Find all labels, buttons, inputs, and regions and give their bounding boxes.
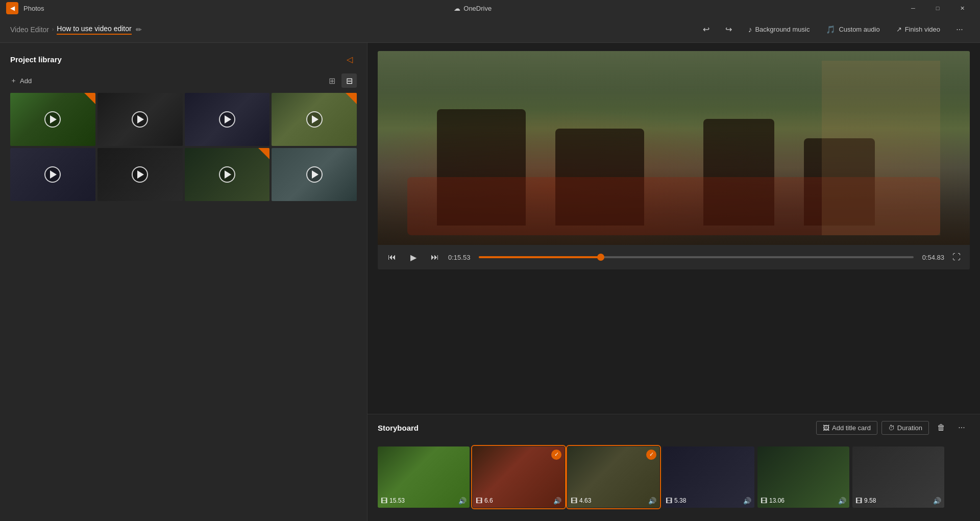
duration-value: 6.6 <box>484 497 493 504</box>
media-item-overlay <box>272 148 357 201</box>
onedrive-label: OneDrive <box>463 5 492 12</box>
item-duration: 🎞 13.06 <box>761 497 785 505</box>
breadcrumb-separator: › <box>52 27 54 32</box>
storyboard-item[interactable]: 🎞 5.38 🔊 <box>663 446 754 508</box>
play-icon <box>306 166 323 183</box>
edit-title-icon[interactable]: ✏ <box>136 26 142 34</box>
audio-icon: 🔊 <box>553 497 561 505</box>
background-music-button[interactable]: ♪ Background music <box>741 22 817 37</box>
play-icon <box>219 166 235 183</box>
add-media-button[interactable]: ＋ Add <box>10 76 32 85</box>
window-controls: ─ □ ✕ <box>901 0 974 16</box>
toolbar: Video Editor › How to use video editor ✏… <box>0 16 980 43</box>
media-item-overlay <box>97 148 183 201</box>
redo-button[interactable]: ↪ <box>719 19 739 40</box>
delete-button[interactable]: 🗑 <box>933 419 949 436</box>
breadcrumb-parent[interactable]: Video Editor <box>10 26 49 34</box>
onedrive-icon: ☁ <box>454 5 460 12</box>
progress-bar[interactable] <box>479 256 914 258</box>
item-duration: 🎞 15.53 <box>381 497 405 505</box>
back-button[interactable]: ◀ <box>6 2 18 14</box>
title-bar-left: ◀ Photos <box>6 2 44 14</box>
video-preview <box>378 51 970 245</box>
maximize-button[interactable]: □ <box>926 0 949 16</box>
storyboard-item[interactable]: ✓ 🎞 4.63 🔊 <box>568 446 659 508</box>
view-toggle-buttons: ⊞ ⊟ <box>324 73 357 88</box>
media-item[interactable] <box>97 148 183 201</box>
film-icon: 🎞 <box>571 497 577 505</box>
export-icon: ↗ <box>896 26 902 33</box>
duration-value: 4.63 <box>579 497 591 504</box>
grid-view-button[interactable]: ⊞ <box>324 73 339 88</box>
project-library-header: Project library ◁ <box>0 43 367 71</box>
selected-check: ✓ <box>646 450 656 460</box>
media-item-overlay <box>97 93 183 146</box>
duration-button[interactable]: ⏱ Duration <box>881 421 929 435</box>
storyboard-actions: 🖼 Add title card ⏱ Duration 🗑 ··· <box>816 419 970 436</box>
audio-icon: 🔊 <box>838 497 846 505</box>
finish-video-button[interactable]: ↗ Finish video <box>889 22 947 36</box>
finish-video-label: Finish video <box>905 26 940 33</box>
film-icon: 🎞 <box>476 497 482 505</box>
more-storyboard-options[interactable]: ··· <box>953 419 970 436</box>
play-icon <box>44 111 61 128</box>
main-content: Project library ◁ ＋ Add ⊞ ⊟ <box>0 43 980 521</box>
duration-label: Duration <box>897 424 922 432</box>
item-duration: 🎞 4.63 <box>571 497 591 505</box>
media-item[interactable] <box>185 148 270 201</box>
list-view-button[interactable]: ⊟ <box>341 73 357 88</box>
storyboard-title: Storyboard <box>378 424 419 432</box>
storyboard-item[interactable]: 🎞 13.06 🔊 <box>757 446 849 508</box>
undo-button[interactable]: ↩ <box>696 19 717 40</box>
progress-fill <box>479 256 601 258</box>
media-item-overlay <box>185 148 270 201</box>
film-icon: 🎞 <box>666 497 672 505</box>
breadcrumb: Video Editor › How to use video editor <box>10 24 132 35</box>
play-icon <box>306 111 323 128</box>
rewind-button[interactable]: ⏮ <box>384 249 400 265</box>
media-item[interactable] <box>272 93 357 146</box>
play-icon <box>219 111 235 128</box>
play-button[interactable]: ▶ <box>405 249 422 265</box>
storyboard-header: Storyboard 🖼 Add title card ⏱ Duration 🗑… <box>368 414 980 439</box>
item-duration: 🎞 6.6 <box>476 497 493 505</box>
more-options-button[interactable]: ··· <box>949 19 970 40</box>
storyboard-item[interactable]: 🎞 9.58 🔊 <box>852 446 944 508</box>
media-item[interactable] <box>185 93 270 146</box>
progress-thumb[interactable] <box>597 254 604 261</box>
add-label: Add <box>20 77 32 85</box>
storyboard-item[interactable]: ✓ 🎞 6.6 🔊 <box>473 446 565 508</box>
background-music-label: Background music <box>755 26 810 33</box>
minimize-button[interactable]: ─ <box>901 0 925 16</box>
video-preview-area: ⏮ ▶ ⏭ 0:15.53 0:54.83 ⛶ <box>368 43 980 414</box>
media-item[interactable] <box>10 93 95 146</box>
collapse-panel-button[interactable]: ◁ <box>342 52 357 66</box>
total-time: 0:54.83 <box>919 254 944 261</box>
duration-value: 15.53 <box>389 497 405 504</box>
duration-value: 9.58 <box>864 497 876 504</box>
current-time: 0:15.53 <box>448 254 474 261</box>
media-item[interactable] <box>272 148 357 201</box>
selected-check: ✓ <box>551 450 561 460</box>
media-item-overlay <box>10 148 95 201</box>
app-title: Photos <box>23 5 44 12</box>
project-library-title: Project library <box>10 55 62 64</box>
media-item-overlay <box>272 93 357 146</box>
video-frame <box>378 51 970 245</box>
film-icon: 🎞 <box>381 497 387 505</box>
close-button[interactable]: ✕ <box>950 0 974 16</box>
media-item[interactable] <box>10 148 95 201</box>
music-icon: ♪ <box>748 25 752 34</box>
fast-forward-button[interactable]: ⏭ <box>427 249 443 265</box>
custom-audio-button[interactable]: 🎵 Custom audio <box>819 22 887 37</box>
breadcrumb-current: How to use video editor <box>57 24 131 35</box>
media-item[interactable] <box>97 93 183 146</box>
title-card-icon: 🖼 <box>823 424 829 432</box>
item-duration: 🎞 5.38 <box>666 497 686 505</box>
storyboard-item[interactable]: 🎞 15.53 🔊 <box>378 446 470 508</box>
storyboard-items: 🎞 15.53 🔊 ✓ 🎞 6.6 🔊 ✓ <box>368 439 980 521</box>
video-controls: ⏮ ▶ ⏭ 0:15.53 0:54.83 ⛶ <box>378 245 970 269</box>
fullscreen-button[interactable]: ⛶ <box>949 250 964 264</box>
media-grid <box>0 93 367 211</box>
add-title-card-button[interactable]: 🖼 Add title card <box>816 421 877 435</box>
